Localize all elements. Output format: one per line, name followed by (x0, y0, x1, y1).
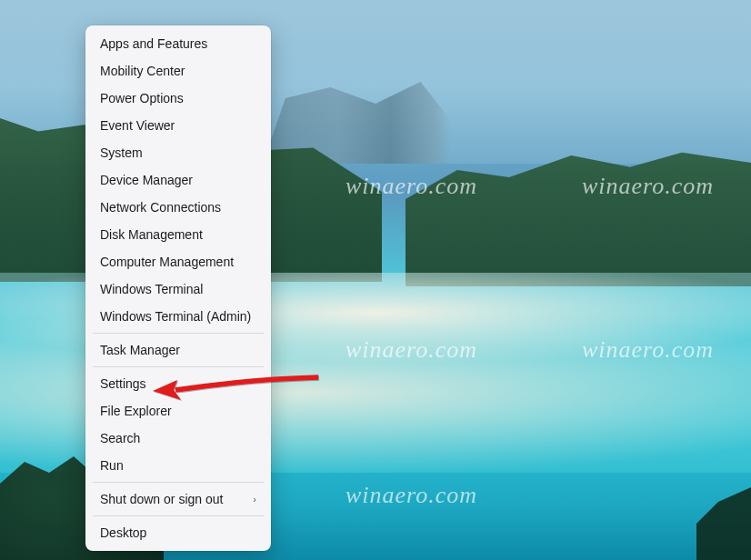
menu-separator (93, 333, 264, 334)
menu-item-label: Search (100, 431, 140, 445)
menu-item-disk-management[interactable]: Disk Management (85, 221, 271, 248)
menu-item-mobility-center[interactable]: Mobility Center (85, 57, 271, 85)
menu-item-label: Network Connections (100, 200, 221, 215)
menu-item-event-viewer[interactable]: Event Viewer (85, 112, 271, 139)
menu-item-device-manager[interactable]: Device Manager (85, 166, 271, 194)
menu-item-run[interactable]: Run (85, 452, 271, 479)
menu-item-label: Device Manager (100, 173, 193, 187)
menu-item-label: Desktop (100, 525, 146, 540)
menu-item-label: Task Manager (100, 343, 180, 357)
menu-separator (93, 366, 264, 367)
menu-item-windows-terminal-admin[interactable]: Windows Terminal (Admin) (85, 303, 271, 330)
winx-context-menu: Apps and FeaturesMobility CenterPower Op… (85, 25, 271, 551)
menu-item-label: Apps and Features (100, 36, 207, 51)
menu-item-search[interactable]: Search (85, 425, 271, 452)
chevron-right-icon: › (253, 494, 256, 505)
menu-item-windows-terminal[interactable]: Windows Terminal (85, 275, 271, 303)
menu-item-system[interactable]: System (85, 139, 271, 166)
menu-item-label: Settings (100, 376, 146, 391)
menu-item-label: Event Viewer (100, 118, 175, 133)
menu-item-task-manager[interactable]: Task Manager (85, 336, 271, 364)
menu-item-file-explorer[interactable]: File Explorer (85, 397, 271, 425)
menu-item-label: File Explorer (100, 404, 172, 418)
menu-item-network-connections[interactable]: Network Connections (85, 194, 271, 221)
menu-separator (93, 482, 264, 483)
menu-item-label: Mobility Center (100, 64, 185, 78)
menu-separator (93, 515, 264, 516)
menu-item-desktop[interactable]: Desktop (85, 519, 271, 546)
menu-item-label: Windows Terminal (Admin) (100, 309, 251, 324)
watermark: winaero.com (345, 482, 477, 509)
menu-item-settings[interactable]: Settings (85, 370, 271, 397)
menu-item-label: Windows Terminal (100, 282, 203, 296)
menu-item-label: Run (100, 458, 124, 473)
menu-item-label: Computer Management (100, 255, 234, 269)
menu-item-label: Shut down or sign out (100, 492, 223, 506)
menu-item-apps-and-features[interactable]: Apps and Features (85, 30, 271, 57)
menu-item-power-options[interactable]: Power Options (85, 85, 271, 112)
menu-item-label: Power Options (100, 91, 184, 105)
menu-item-label: Disk Management (100, 227, 203, 242)
menu-item-computer-management[interactable]: Computer Management (85, 248, 271, 275)
background-trees-right (696, 487, 751, 560)
menu-item-label: System (100, 145, 143, 160)
menu-item-shut-down-or-sign-out[interactable]: Shut down or sign out› (85, 485, 271, 513)
